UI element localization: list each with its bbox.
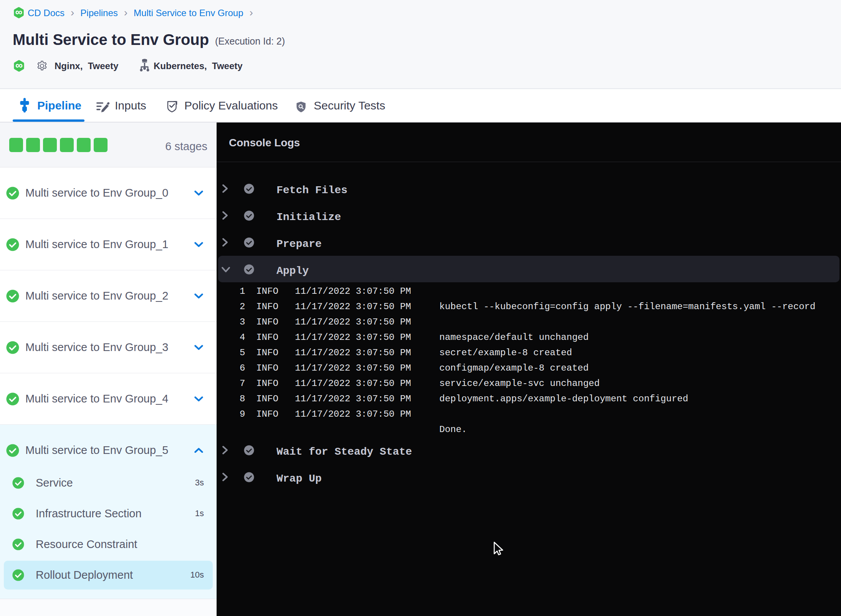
svg-text:∞: ∞ bbox=[15, 60, 23, 71]
svg-text:∞: ∞ bbox=[15, 7, 23, 18]
